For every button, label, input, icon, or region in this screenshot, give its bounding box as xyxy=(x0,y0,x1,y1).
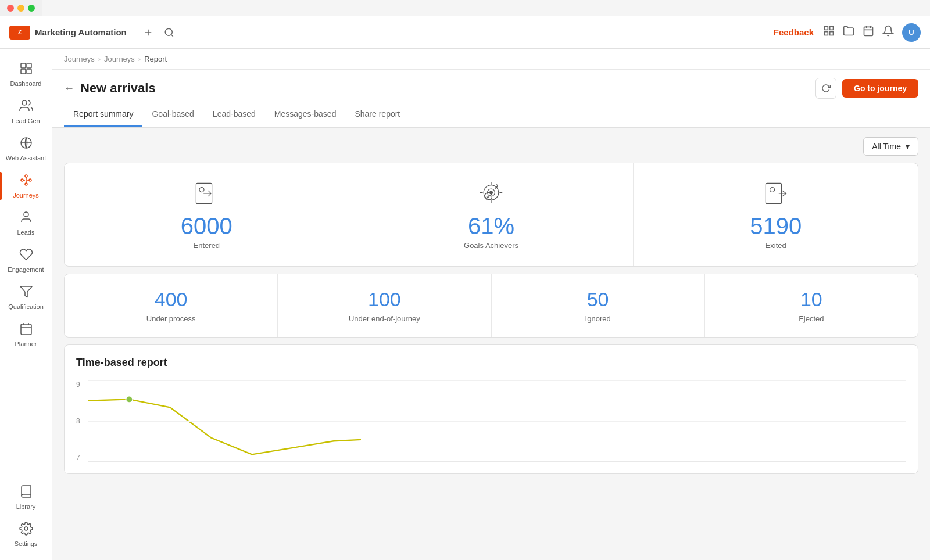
svg-point-40 xyxy=(126,396,133,403)
sidebar-item-settings[interactable]: Settings xyxy=(0,516,52,553)
gridline-mid xyxy=(88,421,906,422)
stats-row-1: 6000 Entered xyxy=(64,163,918,267)
stat-entered: 6000 Entered xyxy=(65,163,349,266)
chart-area: 9 8 7 xyxy=(76,380,906,462)
svg-point-33 xyxy=(199,188,204,192)
sidebar-label-qualification: Qualification xyxy=(8,303,44,310)
sidebar-item-webassistant[interactable]: Web Assistant xyxy=(0,130,52,167)
chart-y-axis: 9 8 7 xyxy=(76,380,88,462)
app-logo: Z Marketing Automation xyxy=(9,26,127,40)
page-header-left: ← New arrivals xyxy=(64,81,156,96)
stat-ignored: 50 Ignored xyxy=(492,274,705,337)
dashboard-icon xyxy=(19,62,33,78)
stat-under-process: 400 Under process xyxy=(65,274,278,337)
leadgen-icon xyxy=(19,99,33,115)
exited-number: 5190 xyxy=(750,214,802,238)
svg-point-31 xyxy=(24,527,28,530)
chart-title: Time-based report xyxy=(76,357,906,369)
svg-point-21 xyxy=(25,183,27,185)
sidebar-item-leads[interactable]: Leads xyxy=(0,204,52,242)
sidebar-item-planner[interactable]: Planner xyxy=(0,316,52,353)
svg-rect-7 xyxy=(830,32,834,35)
sidebar-item-qualification[interactable]: Qualification xyxy=(0,279,52,316)
calendar-icon-button[interactable] xyxy=(863,25,874,40)
filter-row: All Time ▾ xyxy=(64,137,918,156)
user-avatar[interactable]: U xyxy=(902,23,921,42)
goals-label: Goals Achievers xyxy=(464,241,518,250)
engagement-icon xyxy=(19,247,33,264)
settings-icon xyxy=(19,522,33,538)
svg-line-3 xyxy=(171,34,173,36)
tab-share-report[interactable]: Share report xyxy=(345,102,409,127)
sidebar-label-leadgen: Lead Gen xyxy=(12,117,40,124)
tab-report-summary[interactable]: Report summary xyxy=(64,102,142,127)
svg-rect-13 xyxy=(27,63,31,68)
page-header-right: Go to journey xyxy=(815,78,918,99)
list-icon-button[interactable] xyxy=(823,25,835,40)
stat-goals: 61% Goals Achievers xyxy=(349,163,634,266)
y-label-8: 8 xyxy=(76,417,83,425)
sidebar-label-journeys: Journeys xyxy=(13,192,39,199)
close-button[interactable] xyxy=(7,5,14,12)
sidebar-label-settings: Settings xyxy=(15,540,38,547)
refresh-button[interactable] xyxy=(815,78,836,99)
content-area: Journeys › Journeys › Report ← New arriv… xyxy=(52,49,930,560)
svg-rect-8 xyxy=(864,27,873,35)
sidebar-label-planner: Planner xyxy=(15,340,37,347)
enter-icon xyxy=(192,180,220,210)
add-button[interactable] xyxy=(143,27,153,38)
svg-rect-6 xyxy=(825,32,828,35)
journeys-icon xyxy=(19,173,33,189)
goto-journey-button[interactable]: Go to journey xyxy=(842,79,918,98)
entered-label: Entered xyxy=(194,241,220,250)
breadcrumb-current: Report xyxy=(144,55,167,63)
back-button[interactable]: ← xyxy=(64,82,74,95)
breadcrumb-sep2: › xyxy=(138,55,141,63)
svg-marker-26 xyxy=(20,286,32,297)
breadcrumb-journeys2[interactable]: Journeys xyxy=(104,55,135,63)
topbar-icons: U xyxy=(823,23,921,42)
goals-number: 61% xyxy=(468,214,514,238)
sidebar-item-engagement[interactable]: Engagement xyxy=(0,242,52,279)
svg-rect-5 xyxy=(830,27,834,30)
svg-point-25 xyxy=(24,212,28,217)
sidebar-label-library: Library xyxy=(16,503,36,510)
sidebar-item-leadgen[interactable]: Lead Gen xyxy=(0,93,52,130)
svg-point-19 xyxy=(25,175,27,177)
notification-icon-button[interactable] xyxy=(882,25,894,40)
svg-point-2 xyxy=(165,28,172,35)
svg-rect-12 xyxy=(21,63,26,68)
filter-label: All Time xyxy=(872,142,901,151)
sidebar-item-journeys[interactable]: Journeys xyxy=(0,167,52,204)
breadcrumb: Journeys › Journeys › Report xyxy=(52,49,930,70)
under-end-number: 100 xyxy=(368,288,401,311)
ejected-label: Ejected xyxy=(799,314,824,323)
tabs-bar: Report summary Goal-based Lead-based Mes… xyxy=(52,102,930,128)
breadcrumb-journeys1[interactable]: Journeys xyxy=(64,55,95,63)
search-button[interactable] xyxy=(164,27,174,38)
stat-exited: 5190 Exited xyxy=(634,163,918,266)
ejected-number: 10 xyxy=(800,288,822,311)
tab-messages-based[interactable]: Messages-based xyxy=(265,102,346,127)
tab-goal-based[interactable]: Goal-based xyxy=(142,102,203,127)
main-layout: Dashboard Lead Gen Web Assis xyxy=(0,49,930,560)
page-title: New arrivals xyxy=(80,81,156,96)
svg-point-16 xyxy=(22,100,27,105)
sidebar-label-leads: Leads xyxy=(17,229,35,236)
sidebar-item-library[interactable]: Library xyxy=(0,479,52,516)
gridline-top xyxy=(88,380,906,381)
tab-lead-based[interactable]: Lead-based xyxy=(203,102,265,127)
chevron-down-icon: ▾ xyxy=(906,142,910,151)
svg-point-20 xyxy=(29,179,31,181)
y-label-9: 9 xyxy=(76,380,83,389)
sidebar-item-dashboard[interactable]: Dashboard xyxy=(0,56,52,93)
library-icon xyxy=(19,484,33,501)
minimize-button[interactable] xyxy=(17,5,24,12)
maximize-button[interactable] xyxy=(28,5,35,12)
main-content: All Time ▾ 6000 Entered xyxy=(52,128,930,560)
feedback-button[interactable]: Feedback xyxy=(774,27,814,37)
svg-rect-4 xyxy=(825,27,828,30)
under-end-label: Under end-of-journey xyxy=(349,314,420,323)
time-filter[interactable]: All Time ▾ xyxy=(863,137,918,156)
folder-icon-button[interactable] xyxy=(843,25,854,40)
